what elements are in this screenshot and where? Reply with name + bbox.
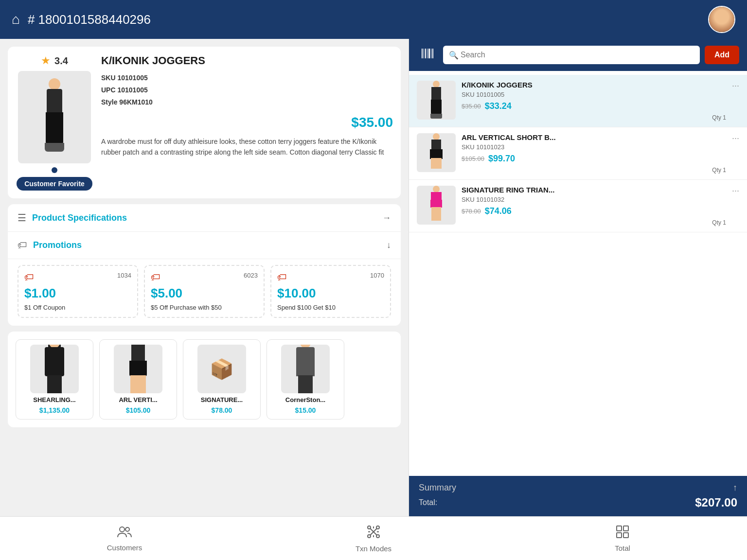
promo-desc-1: $5 Off Purchase with $50: [151, 304, 222, 311]
promo-amount-0: $1.00: [24, 286, 56, 301]
promo-desc-0: $1 Off Coupon: [24, 304, 65, 311]
summary-total-row: Total: $207.00: [419, 496, 737, 509]
promo-amount-1: $5.00: [151, 286, 182, 301]
box-icon: 📦: [210, 358, 234, 381]
promo-card-0[interactable]: 🏷 1034 $1.00 $1 Off Coupon: [18, 265, 138, 318]
promotions-row[interactable]: 🏷 Promotions ↓: [8, 232, 401, 259]
header-left: ⌂ # 1800101588440296: [12, 12, 151, 27]
cart-item-info-0: K/IKONIK JOGGERS SKU 10101005 $35.00 $33…: [462, 81, 726, 121]
cart-item-sku-1: SKU 10101023: [462, 143, 726, 151]
total-label: Total:: [419, 498, 437, 507]
svg-rect-15: [617, 533, 622, 538]
cart-item-qty-2: Qty 1: [462, 219, 726, 226]
related-item-img-0: [30, 345, 79, 393]
cart-item-img-0: [417, 81, 456, 120]
promo-id-2: 1070: [370, 272, 384, 279]
related-item-3[interactable]: CornerSton... $15.00: [267, 339, 344, 420]
cart-item-prices-2: $78.00 $74.06: [462, 206, 726, 216]
product-price: $35.00: [351, 115, 393, 130]
rating-row: ★ 3.4: [41, 54, 68, 67]
sku-value: 10101005: [117, 74, 147, 82]
cart-item-sku-2: SKU 10101032: [462, 196, 726, 203]
price-original-0: $35.00: [462, 103, 481, 110]
upc-value: 10101005: [117, 86, 147, 94]
related-item-price-2: $78.00: [212, 406, 232, 414]
search-bar: 🔍 Add: [409, 39, 747, 71]
style-label: Style: [101, 98, 117, 106]
cart-item-more-0[interactable]: ···: [732, 81, 739, 91]
svg-point-10: [376, 526, 379, 529]
nav-item-txn-modes[interactable]: Txn Modes: [249, 525, 498, 553]
cart-item-name-0: K/IKONIK JOGGERS: [462, 81, 726, 89]
related-items-row: SHEARLING... $1,135.00 ARL VERTI...: [16, 339, 393, 420]
cart-item-name-1: ARL VERTICAL SHORT B...: [462, 133, 726, 141]
home-icon[interactable]: ⌂: [12, 12, 20, 27]
product-specs-row[interactable]: ☰ Product Specifications →: [8, 204, 401, 232]
svg-point-11: [368, 535, 371, 538]
svg-rect-3: [427, 49, 427, 58]
nav-label-customers: Customers: [107, 543, 142, 552]
add-button[interactable]: Add: [705, 46, 739, 64]
avatar[interactable]: [708, 6, 735, 33]
promo-card-1[interactable]: 🏷 6023 $5.00 $5 Off Purchase with $50: [144, 265, 265, 318]
promo-icon-0: 🏷: [24, 272, 34, 283]
cart-item-more-1[interactable]: ···: [732, 133, 739, 143]
promo-id-1: 6023: [244, 272, 258, 279]
summary-title: Summary: [419, 483, 456, 493]
svg-point-9: [368, 526, 371, 529]
product-image: [18, 71, 91, 163]
svg-point-12: [376, 535, 379, 538]
product-name: K/IKONIK JOGGERS: [101, 54, 393, 67]
right-panel: 🔍 Add K/IKONIK JOGGERS SK: [409, 39, 747, 516]
cart-item-info-2: SIGNATURE RING TRIAN... SKU 10101032 $78…: [462, 186, 726, 226]
related-item-0[interactable]: SHEARLING... $1,135.00: [16, 339, 93, 420]
cart-item-2[interactable]: SIGNATURE RING TRIAN... SKU 10101032 $78…: [409, 180, 747, 232]
specs-arrow-icon: →: [382, 213, 391, 223]
customers-icon: [117, 525, 132, 542]
price-discounted-2: $74.06: [485, 206, 512, 216]
cart-item-qty-0: Qty 1: [462, 114, 726, 121]
cart-item-1[interactable]: ARL VERTICAL SHORT B... SKU 10101023 $10…: [409, 127, 747, 180]
nav-item-total[interactable]: Total: [498, 525, 747, 552]
promo-icon-1: 🏷: [151, 272, 160, 283]
svg-rect-5: [431, 49, 431, 58]
cart-item-sku-0: SKU 10101005: [462, 91, 726, 98]
related-item-2[interactable]: 📦 SIGNATURE... $78.00: [183, 339, 261, 420]
related-item-1[interactable]: ARL VERTI... $105.00: [99, 339, 177, 420]
price-original-1: $105.00: [462, 155, 484, 162]
related-card: SHEARLING... $1,135.00 ARL VERTI...: [8, 332, 401, 427]
search-input[interactable]: [443, 46, 700, 64]
svg-rect-1: [424, 49, 424, 58]
svg-rect-6: [432, 49, 433, 58]
promo-card-2[interactable]: 🏷 1070 $10.00 Spend $100 Get $10: [270, 265, 391, 318]
rating-value: 3.4: [54, 55, 68, 67]
related-item-price-1: $105.00: [126, 406, 151, 414]
summary-arrow-icon[interactable]: ↑: [733, 483, 737, 493]
nav-item-customers[interactable]: Customers: [0, 525, 249, 552]
promo-amount-2: $10.00: [277, 286, 316, 301]
cart-item-more-2[interactable]: ···: [732, 186, 739, 196]
product-description: A wardrobe must for off duty athleisure …: [101, 136, 393, 158]
txn-modes-icon: [366, 525, 381, 542]
carousel-dot[interactable]: [52, 167, 57, 173]
total-value: $207.00: [695, 496, 737, 509]
related-item-price-0: $1,135.00: [39, 406, 70, 414]
cart-item-img-1: [417, 133, 456, 172]
barcode-button[interactable]: [417, 45, 438, 65]
svg-rect-0: [422, 49, 423, 58]
product-card: ★ 3.4 Customer Favorite K/IKONIK JOGGERS: [8, 47, 401, 198]
product-meta: SKU 10101005 UPC 10101005 Style 96KM1010: [101, 72, 393, 109]
svg-rect-2: [425, 49, 426, 58]
related-item-name-2: SIGNATURE...: [201, 396, 243, 403]
specs-icon: ☰: [18, 212, 26, 224]
cart-item-0[interactable]: K/IKONIK JOGGERS SKU 10101005 $35.00 $33…: [409, 75, 747, 127]
promotions-label: Promotions: [33, 240, 82, 250]
promotions-expanded: 🏷 1034 $1.00 $1 Off Coupon 🏷 6023 $5.00 …: [8, 259, 401, 326]
cart-item-name-2: SIGNATURE RING TRIAN...: [462, 186, 726, 194]
related-item-name-0: SHEARLING...: [33, 396, 75, 403]
cart-item-prices-1: $105.00 $99.70: [462, 154, 726, 164]
bottom-nav: Customers Txn Modes Total: [0, 516, 747, 560]
related-item-img-3: [281, 345, 330, 393]
price-original-2: $78.00: [462, 208, 481, 215]
main-layout: ★ 3.4 Customer Favorite K/IKONIK JOGGERS: [0, 39, 747, 516]
